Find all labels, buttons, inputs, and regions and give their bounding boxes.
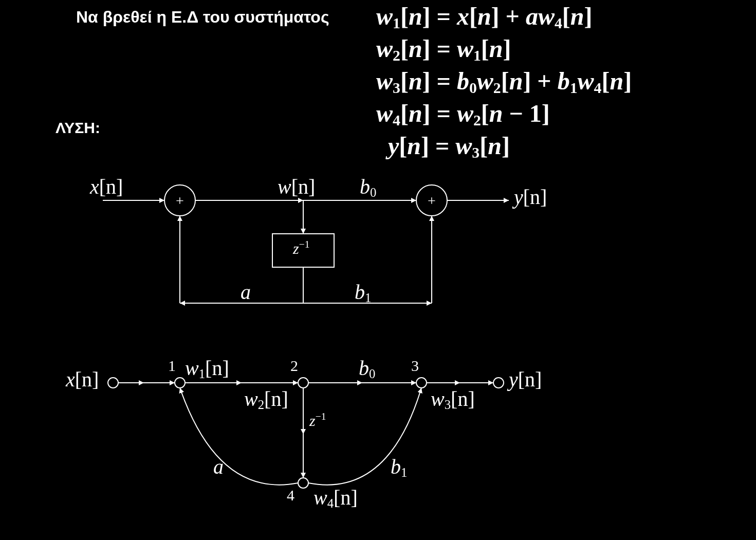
sfg-w4-label: w4[n] xyxy=(314,486,358,511)
svg-point-14 xyxy=(175,378,185,388)
sfg-gain-b1: b1 xyxy=(391,455,407,480)
sfg-svg xyxy=(0,0,756,540)
sfg-output-label: y[n] xyxy=(509,367,542,392)
sfg-w3-label: w3[n] xyxy=(431,387,475,412)
sfg-node3-num: 3 xyxy=(411,357,419,375)
sfg-input-label: x[n] xyxy=(66,367,99,392)
sfg-node2-num: 2 xyxy=(290,357,298,375)
svg-point-13 xyxy=(108,378,118,388)
sfg-gain-a: a xyxy=(213,455,224,479)
sfg-delay-label: z−1 xyxy=(309,411,326,430)
svg-point-16 xyxy=(416,378,427,388)
sfg-gain-b0: b0 xyxy=(359,356,375,381)
sfg-node1-num: 1 xyxy=(168,357,176,375)
diagram-stage: Να βρεθεί η Ε.Δ του συστήματος w1[n] = x… xyxy=(0,0,756,540)
sfg-node4-num: 4 xyxy=(287,487,294,504)
svg-point-18 xyxy=(298,478,308,488)
svg-point-17 xyxy=(493,378,504,388)
sfg-w1-label: w1[n] xyxy=(185,356,229,381)
sfg-w2-label: w2[n] xyxy=(244,387,288,412)
svg-point-15 xyxy=(298,378,308,388)
